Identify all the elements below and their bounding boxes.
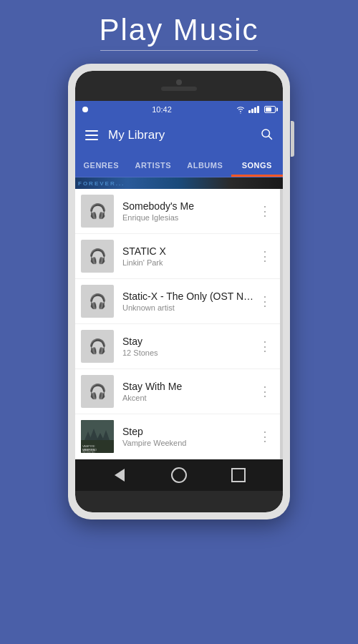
menu-button[interactable] [85,130,98,140]
search-button[interactable] [260,127,273,144]
headphone-icon: 🎧 [89,203,107,220]
song-thumbnail: VAMPIRE WEEKEND [81,420,114,453]
headphone-icon: 🎧 [89,338,107,355]
more-options-button[interactable]: ⋮ [256,200,274,222]
recent-apps-button[interactable] [231,467,246,483]
song-artist: Vampire Weekend [122,439,256,447]
notification-icon [82,107,88,112]
more-options-button[interactable]: ⋮ [256,291,274,312]
app-bar-title: My Library [108,128,165,142]
phone-bezel-top [75,71,283,101]
signal-bars [248,106,259,113]
status-icons [236,106,276,114]
song-info: Step Vampire Weekend [122,426,256,447]
phone-frame: 10:42 [68,64,290,519]
page-title: Play Music [99,13,258,47]
phone-camera [176,79,182,85]
list-item[interactable]: 🎧 Stay 12 Stones ⋮ [75,324,283,369]
svg-line-1 [268,136,271,139]
tabs-bar: GENRES ARTISTS ALBUMS SONGS [75,152,283,177]
svg-text:VAMPIRE: VAMPIRE [82,448,95,452]
banner-strip: FOREVER... [75,177,283,189]
tab-genres[interactable]: GENRES [75,152,127,177]
svg-text:WEEKEND: WEEKEND [82,451,95,453]
song-title: Step [122,426,256,437]
song-info: Somebody's Me Enrique Iglesias [122,200,256,222]
song-artist: Linkin' Park [122,258,256,267]
banner-text: FOREVER... [75,180,125,187]
wifi-icon [236,106,246,114]
song-thumbnail: 🎧 [81,285,114,318]
bottom-nav [75,459,283,491]
phone-speaker [161,87,197,91]
status-bar: 10:42 [75,101,283,118]
song-title: STATIC X [122,245,256,257]
album-art: VAMPIRE WEEKEND [81,420,114,453]
more-options-button[interactable]: ⋮ [256,381,274,402]
song-artist: Unknown artist [122,303,256,312]
song-thumbnail: 🎧 [81,195,114,228]
more-options-button[interactable]: ⋮ [256,245,274,267]
headphone-icon: 🎧 [89,383,107,400]
song-thumbnail: 🎧 [81,240,114,273]
home-button[interactable] [171,467,187,483]
list-item[interactable]: VAMPIRE WEEKEND Step Vampire Weekend ⋮ [75,414,283,459]
more-options-button[interactable]: ⋮ [256,426,274,447]
title-underline [100,50,258,51]
song-artist: 12 Stones [122,348,256,357]
list-item[interactable]: 🎧 Static-X - The Only (OST NFS·· Unknown… [75,279,283,324]
battery-icon [264,106,276,113]
song-info: STATIC X Linkin' Park [122,245,256,267]
list-item[interactable]: 🎧 Stay With Me Akcent ⋮ [75,369,283,414]
song-artist: Enrique Iglesias [122,213,256,222]
song-title: Stay [122,336,256,347]
song-info: Stay With Me Akcent [122,381,256,402]
more-options-button[interactable]: ⋮ [256,336,274,357]
status-time: 10:42 [152,105,172,114]
song-title: Stay With Me [122,381,256,392]
song-title: Static-X - The Only (OST NFS·· [122,291,256,302]
song-thumbnail: 🎧 [81,375,114,408]
back-button[interactable] [112,467,127,483]
app-bar: My Library [75,118,283,152]
scroll-indicator [280,189,283,459]
headphone-icon: 🎧 [89,248,107,265]
list-item[interactable]: 🎧 Somebody's Me Enrique Iglesias ⋮ [75,189,283,234]
tab-songs[interactable]: SONGS [231,152,284,177]
song-thumbnail: 🎧 [81,330,114,363]
svg-rect-8 [81,420,114,440]
phone-bezel-bottom [75,491,283,512]
tab-artists[interactable]: ARTISTS [127,152,180,177]
song-info: Static-X - The Only (OST NFS·· Unknown a… [122,291,256,312]
headphone-icon: 🎧 [89,293,107,310]
song-list: 🎧 Somebody's Me Enrique Iglesias ⋮ 🎧 STA… [75,189,283,459]
svg-rect-3 [81,440,114,453]
tab-albums[interactable]: ALBUMS [179,152,231,177]
list-item[interactable]: 🎧 STATIC X Linkin' Park ⋮ [75,234,283,279]
song-info: Stay 12 Stones [122,336,256,357]
app-bar-left: My Library [85,128,165,142]
song-artist: Akcent [122,394,256,402]
song-title: Somebody's Me [122,200,256,212]
phone-screen: 10:42 [75,71,283,512]
